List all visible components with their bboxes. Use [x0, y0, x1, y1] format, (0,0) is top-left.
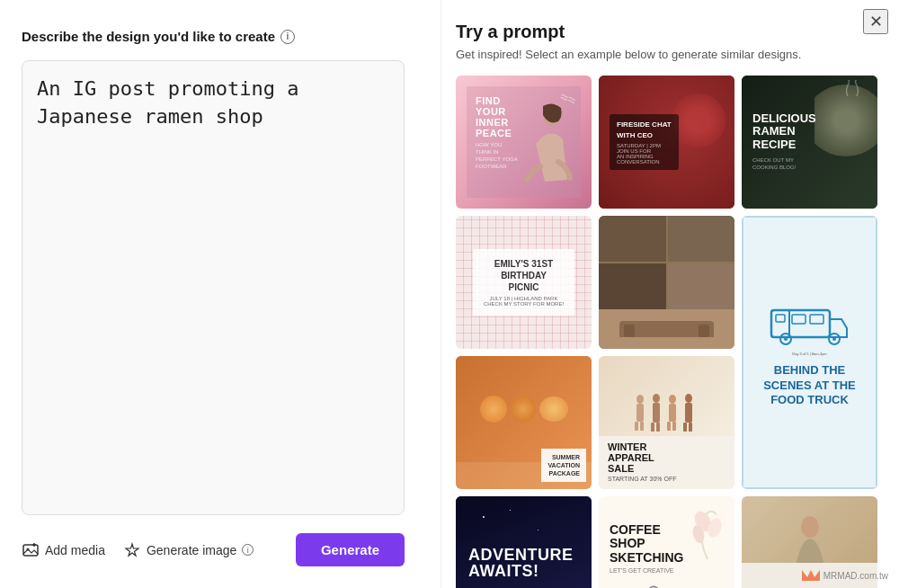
card-adventure-title: ADVENTUREAWAITS!	[468, 547, 579, 579]
card-winter-title: WINTERAPPARELSALE	[608, 441, 677, 474]
svg-point-14	[636, 395, 644, 404]
close-icon: ✕	[869, 12, 883, 31]
card-food-truck-title: BEHIND THESCENES AT THEFOOD TRUCK	[763, 363, 856, 409]
svg-point-13	[832, 337, 836, 341]
generate-image-label: Generate image	[147, 543, 236, 557]
card-find-inner-peace[interactable]: FINDYOURINNERPEACE HOW YOUTHINK INPERFEC…	[456, 76, 592, 209]
gallery-grid: FINDYOURINNERPEACE HOW YOUTHINK INPERFEC…	[456, 76, 877, 588]
right-panel: Try a prompt Get inspired! Select an exa…	[441, 0, 899, 588]
card-winter-sub: STARTING AT 30% OFF	[608, 476, 677, 482]
generate-image-info-icon[interactable]: i	[242, 544, 254, 556]
generate-button[interactable]: Generate	[296, 533, 405, 566]
svg-rect-17	[640, 422, 644, 431]
svg-point-18	[653, 394, 660, 403]
generate-image-button[interactable]: Generate image i	[123, 541, 254, 559]
right-panel-title: Try a prompt	[456, 22, 877, 42]
prompt-textarea[interactable]: An IG post promoting a Japanese ramen sh…	[22, 60, 405, 515]
bottom-actions: Add media Generate image i Generate	[22, 533, 405, 566]
card-coffee-sub: LET'S GET CREATIVE	[610, 567, 683, 574]
svg-rect-20	[651, 423, 654, 432]
svg-point-26	[685, 394, 692, 403]
svg-rect-24	[667, 422, 671, 431]
svg-rect-27	[685, 403, 692, 423]
card-find-text: FINDYOURINNERPEACE	[476, 95, 512, 138]
card-fireside-sub: SATURDAY | 2PMJOIN US FORAN INSPIRINGCON…	[617, 143, 672, 165]
card-fireside-text: Fireside ChatWith CEO	[617, 120, 672, 139]
svg-rect-9	[810, 315, 823, 324]
card-summer-vacation[interactable]: SUMMERVACATIONPACKAGE	[456, 356, 592, 489]
right-panel-subtitle: Get inspired! Select an example below to…	[456, 48, 877, 61]
add-media-icon	[22, 541, 40, 559]
svg-rect-29	[689, 423, 692, 432]
card-birthday-picnic[interactable]: EMILY'S 31STBIRTHDAYPICNIC JULY 18 | HIG…	[456, 216, 592, 349]
panel-title: Describe the design you'd like to create…	[22, 29, 405, 44]
card-coffee-title: COFFEESHOPSKETCHING	[610, 523, 683, 565]
svg-rect-7	[776, 315, 785, 322]
card-ramen-recipe[interactable]: DELICIOUSRAMENRECIPE CHECK OUT MYCOOKING…	[742, 76, 877, 209]
card-summer-text: SUMMERVACATIONPACKAGE	[547, 453, 580, 477]
svg-rect-0	[23, 545, 38, 556]
card-fireside-chat[interactable]: Fireside ChatWith CEO SATURDAY | 2PMJOIN…	[599, 76, 734, 209]
svg-rect-25	[672, 422, 676, 431]
add-media-label: Add media	[45, 543, 105, 557]
svg-rect-28	[683, 423, 687, 432]
svg-rect-21	[656, 423, 660, 432]
card-food-truck[interactable]: Day 3 of 5 | 8am-2pm BEHIND THESCENES AT…	[742, 216, 877, 489]
card-winter-apparel[interactable]: WINTERAPPARELSALE STARTING AT 30% OFF	[599, 356, 734, 489]
left-panel: Describe the design you'd like to create…	[0, 0, 441, 588]
card-ramen-title: DELICIOUSRAMENRECIPE	[752, 112, 867, 151]
svg-point-12	[784, 337, 788, 341]
title-info-icon[interactable]: i	[280, 30, 295, 44]
svg-rect-15	[636, 404, 644, 422]
card-interior-collage[interactable]	[599, 216, 734, 349]
card-coffee-sketching[interactable]: COFFEESHOPSKETCHING LET'S GET CREATIVE	[599, 496, 734, 588]
card-food-truck-sub: Day 3 of 5 | 8am-2pm	[792, 352, 826, 356]
watermark: MRMAD.com.tw	[802, 570, 888, 581]
card-birthday-sub: JULY 18 | HIGHLAND PARKCHECK MY STORY FO…	[484, 296, 564, 307]
svg-rect-8	[792, 315, 806, 324]
card-ramen-sub: CHECK OUT MYCOOKING BLOG!	[752, 156, 867, 172]
svg-point-22	[669, 395, 676, 404]
add-media-button[interactable]: Add media	[22, 541, 105, 559]
generate-image-icon	[123, 541, 141, 559]
svg-rect-16	[635, 422, 638, 431]
card-birthday-text: EMILY'S 31STBIRTHDAYPICNIC	[484, 258, 564, 293]
card-find-sub: HOW YOUTHINK INPERFECT YOGAFOOTWEAR	[476, 142, 518, 170]
svg-rect-23	[669, 404, 676, 422]
card-adventure-awaits[interactable]: ADVENTUREAWAITS!	[456, 496, 592, 588]
svg-rect-19	[653, 403, 660, 423]
svg-point-33	[801, 516, 819, 538]
close-button[interactable]: ✕	[863, 9, 888, 34]
panel-title-text: Describe the design you'd like to create	[22, 29, 275, 44]
